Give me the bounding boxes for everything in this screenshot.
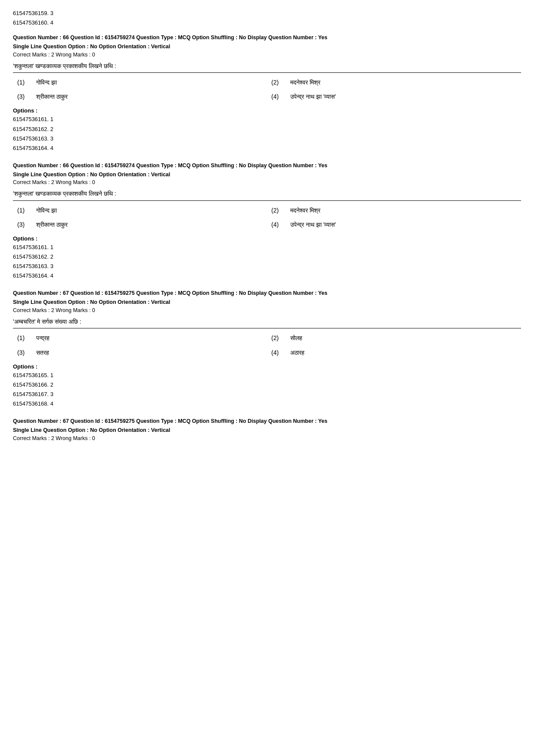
- option-text-1: गोविन्द झा: [36, 205, 57, 216]
- option-3-66-first: (3) श्रीकान्त ठाकुर: [17, 91, 263, 102]
- option-3-67-first: (3) सतरह: [17, 347, 263, 358]
- option-num-3: (3): [17, 347, 29, 358]
- question-meta2-67-first: Single Line Question Option : No Option …: [13, 298, 521, 306]
- option-ids-66-second: 61547536161. 1 61547536162. 2 6154753616…: [13, 243, 521, 281]
- question-text-66-first: 'शकुन्तला' खण्डकाव्यक प्रकाशकीय लिखने छथ…: [13, 61, 521, 73]
- question-block-66-first: Question Number : 66 Question Id : 61547…: [13, 34, 521, 153]
- options-grid-67-first: (1) पन्द्रह (2) सोलह (3) सतरह (4) अठारह: [13, 333, 521, 358]
- correct-marks-66-first: Correct Marks : 2 Wrong Marks : 0: [13, 52, 521, 58]
- option-id-1: 61547536161. 1: [13, 243, 521, 252]
- option-id-1: 61547536165. 1: [13, 371, 521, 380]
- question-meta1-67-first: Question Number : 67 Question Id : 61547…: [13, 289, 521, 297]
- question-block-67-first: Question Number : 67 Question Id : 61547…: [13, 289, 521, 409]
- top-id-1: 61547536159. 3: [13, 9, 521, 18]
- option-num-2: (2): [271, 205, 283, 216]
- question-block-67-second: Question Number : 67 Question Id : 61547…: [13, 417, 521, 441]
- option-text-1: पन्द्रह: [36, 333, 50, 344]
- option-num-4: (4): [271, 91, 283, 102]
- option-id-2: 61547536166. 2: [13, 380, 521, 390]
- question-meta2-66-second: Single Line Question Option : No Option …: [13, 171, 521, 179]
- option-text-4: अठारह: [290, 347, 304, 358]
- option-4-67-first: (4) अठारह: [271, 347, 517, 358]
- option-1-66-first: (1) गोविन्द झा: [17, 77, 263, 88]
- question-text-66-second: 'शकुन्तला' खण्डकाव्यक प्रकाशकीय लिखने छथ…: [13, 189, 521, 200]
- option-2-66-second: (2) मदनेश्वर मिश्र: [271, 205, 517, 216]
- option-id-3: 61547536163. 3: [13, 262, 521, 271]
- option-text-2: सोलह: [290, 333, 302, 344]
- options-label-67-first: Options :: [13, 363, 521, 370]
- option-text-2: मदनेश्वर मिश्र: [290, 77, 320, 88]
- option-2-66-first: (2) मदनेश्वर मिश्र: [271, 77, 517, 88]
- option-1-67-first: (1) पन्द्रह: [17, 333, 263, 344]
- option-id-4: 61547536164. 4: [13, 144, 521, 153]
- option-text-3: सतरह: [36, 347, 49, 358]
- top-id-list: 61547536159. 3 61547536160. 4: [13, 9, 521, 28]
- option-num-2: (2): [271, 77, 283, 88]
- option-4-66-first: (4) उपेन्द्र नाथ झा 'व्यास': [271, 91, 517, 102]
- option-num-4: (4): [271, 347, 283, 358]
- option-text-4: उपेन्द्र नाथ झा 'व्यास': [290, 219, 336, 230]
- option-num-2: (2): [271, 333, 283, 344]
- option-id-3: 61547536163. 3: [13, 134, 521, 144]
- option-num-4: (4): [271, 219, 283, 230]
- correct-marks-67-first: Correct Marks : 2 Wrong Marks : 0: [13, 307, 521, 313]
- top-id-2: 61547536160. 4: [13, 18, 521, 28]
- options-grid-66-first: (1) गोविन्द झा (2) मदनेश्वर मिश्र (3) श्…: [13, 77, 521, 102]
- option-num-1: (1): [17, 205, 29, 216]
- option-1-66-second: (1) गोविन्द झा: [17, 205, 263, 216]
- option-2-67-first: (2) सोलह: [271, 333, 517, 344]
- option-id-1: 61547536161. 1: [13, 115, 521, 124]
- options-label-66-first: Options :: [13, 107, 521, 114]
- question-meta1-66-first: Question Number : 66 Question Id : 61547…: [13, 34, 521, 42]
- option-text-2: मदनेश्वर मिश्र: [290, 205, 320, 216]
- option-text-3: श्रीकान्त ठाकुर: [36, 219, 68, 230]
- correct-marks-67-second: Correct Marks : 2 Wrong Marks : 0: [13, 435, 521, 441]
- option-id-2: 61547536162. 2: [13, 252, 521, 262]
- option-id-2: 61547536162. 2: [13, 125, 521, 134]
- question-meta2-67-second: Single Line Question Option : No Option …: [13, 426, 521, 434]
- option-num-1: (1): [17, 333, 29, 344]
- question-meta2-66-first: Single Line Question Option : No Option …: [13, 43, 521, 51]
- option-id-4: 61547536164. 4: [13, 271, 521, 281]
- option-3-66-second: (3) श्रीकान्त ठाकुर: [17, 219, 263, 230]
- option-ids-66-first: 61547536161. 1 61547536162. 2 6154753616…: [13, 115, 521, 153]
- option-num-3: (3): [17, 219, 29, 230]
- question-meta1-66-second: Question Number : 66 Question Id : 61547…: [13, 162, 521, 170]
- options-grid-66-second: (1) गोविन्द झा (2) मदनेश्वर मिश्र (3) श्…: [13, 205, 521, 230]
- option-ids-67-first: 61547536165. 1 61547536166. 2 6154753616…: [13, 371, 521, 409]
- options-label-66-second: Options :: [13, 235, 521, 242]
- question-text-67-first: 'अम्बचरित' मे सर्गक संख्या अछि :: [13, 317, 521, 328]
- option-id-4: 61547536168. 4: [13, 399, 521, 409]
- option-id-3: 61547536167. 3: [13, 390, 521, 399]
- option-num-1: (1): [17, 77, 29, 88]
- option-num-3: (3): [17, 91, 29, 102]
- question-block-66-second: Question Number : 66 Question Id : 61547…: [13, 162, 521, 281]
- option-text-4: उपेन्द्र नाथ झा 'व्यास': [290, 91, 336, 102]
- correct-marks-66-second: Correct Marks : 2 Wrong Marks : 0: [13, 179, 521, 185]
- option-text-1: गोविन्द झा: [36, 77, 57, 88]
- question-meta1-67-second: Question Number : 67 Question Id : 61547…: [13, 417, 521, 425]
- option-text-3: श्रीकान्त ठाकुर: [36, 91, 68, 102]
- option-4-66-second: (4) उपेन्द्र नाथ झा 'व्यास': [271, 219, 517, 230]
